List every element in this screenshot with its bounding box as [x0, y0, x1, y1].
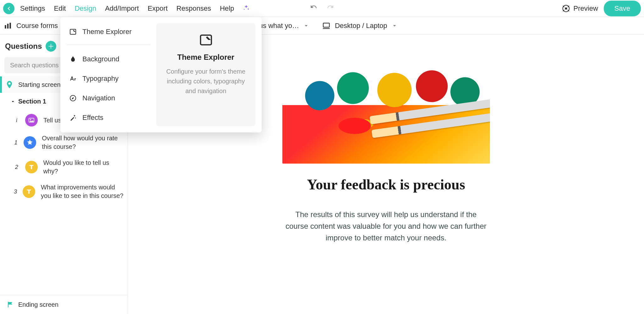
desktop-icon	[322, 22, 330, 30]
question-item[interactable]: 3 What improvements would you like to se…	[1, 179, 126, 204]
main-menu: Settings Edit Design Add/Import Export R…	[20, 4, 250, 13]
image-icon	[28, 117, 35, 124]
chevron-left-icon	[6, 6, 12, 11]
hero-image	[282, 69, 490, 164]
question-item[interactable]: 1 Overall how would you rate this course…	[1, 130, 126, 155]
form-title: Your feedback is precious	[307, 176, 465, 193]
svg-point-6	[8, 82, 11, 85]
question-type-badge	[24, 136, 36, 149]
form-description: The results of this survey will help us …	[286, 209, 487, 244]
menu-settings[interactable]: Settings	[20, 4, 45, 13]
compass-icon	[69, 94, 77, 102]
theme-explorer-icon	[199, 33, 213, 47]
flag-icon	[6, 301, 14, 308]
dropdown-detail-description: Configure your form's theme including co…	[164, 67, 248, 96]
text-icon	[25, 188, 32, 195]
menu-add-import[interactable]: Add/Import	[105, 4, 139, 13]
chevron-down-icon	[303, 23, 309, 29]
ending-screen-label: Ending screen	[18, 301, 58, 308]
brushes-decoration	[369, 98, 490, 138]
preview-button[interactable]: Preview	[562, 4, 598, 13]
star-icon	[26, 139, 33, 146]
dropdown-detail-title: Theme Explorer	[177, 53, 234, 62]
paint-splash-decoration	[336, 116, 374, 135]
preview-icon	[562, 4, 570, 13]
question-number: 1	[14, 139, 18, 146]
menu-design[interactable]: Design	[75, 4, 96, 13]
design-dropdown-list: Theme Explorer Background Typography Nav…	[67, 23, 151, 126]
breadcrumb-label: Course forms	[16, 22, 58, 30]
question-text: Overall how would you rate this course?	[42, 134, 124, 151]
svg-point-8	[30, 119, 31, 120]
question-type-badge	[25, 114, 38, 126]
device-selector[interactable]: Desktop / Laptop	[322, 22, 397, 30]
starting-screen-label: Starting screen	[18, 81, 61, 88]
dropdown-item-label: Typography	[82, 75, 119, 83]
undo-button[interactable]	[310, 4, 318, 13]
svg-rect-5	[323, 23, 330, 27]
dropdown-divider	[67, 45, 151, 45]
save-button[interactable]: Save	[604, 1, 641, 16]
forms-icon	[4, 22, 12, 30]
question-item[interactable]: 2 Would you like to tell us why?	[1, 155, 126, 179]
menu-responses[interactable]: Responses	[176, 4, 211, 13]
theme-explorer-icon	[69, 28, 77, 36]
right-actions: Preview Save	[562, 1, 641, 16]
questions-title: Questions	[5, 42, 42, 51]
dropdown-item-navigation[interactable]: Navigation	[67, 90, 151, 107]
preview-label: Preview	[574, 4, 598, 13]
device-selector-label: Desktop / Laptop	[335, 22, 387, 30]
svg-point-1	[565, 7, 567, 9]
question-text: Tell us	[43, 116, 61, 125]
design-dropdown: Theme Explorer Background Typography Nav…	[60, 17, 262, 132]
question-text: Would you like to tell us why?	[43, 159, 124, 176]
location-pin-icon	[5, 80, 14, 89]
dropdown-item-background[interactable]: Background	[67, 51, 151, 68]
top-menu-bar: Settings Edit Design Add/Import Export R…	[0, 0, 644, 17]
design-dropdown-detail: Theme Explorer Configure your form's the…	[156, 23, 255, 126]
collapse-triangle-icon	[11, 99, 15, 104]
text-icon	[28, 164, 35, 171]
history-actions	[310, 4, 334, 13]
droplet-icon	[69, 55, 77, 63]
dropdown-item-label: Effects	[82, 114, 103, 122]
dropdown-item-theme-explorer[interactable]: Theme Explorer	[67, 23, 151, 40]
question-number: i	[14, 117, 19, 124]
question-number: 3	[14, 188, 17, 195]
svg-rect-4	[9, 23, 11, 28]
menu-help[interactable]: Help	[220, 4, 234, 13]
undo-icon	[310, 4, 318, 12]
form-preview: Your feedback is precious The results of…	[282, 69, 490, 251]
redo-icon	[326, 4, 334, 12]
chevron-down-icon	[391, 23, 397, 29]
ai-sparkle-button[interactable]	[243, 4, 250, 13]
question-text: What improvements would you like to see …	[41, 183, 124, 200]
svg-rect-3	[7, 24, 8, 28]
wand-icon	[69, 114, 77, 121]
dropdown-item-label: Navigation	[82, 94, 115, 102]
question-type-badge	[23, 185, 35, 198]
section-title: Section 1	[18, 98, 46, 105]
dropdown-item-effects[interactable]: Effects	[67, 109, 151, 126]
dropdown-item-label: Background	[82, 55, 119, 63]
canvas-selectors: Tell us what yo… Desktop / Laptop	[247, 22, 397, 30]
menu-export[interactable]: Export	[148, 4, 168, 13]
plus-icon	[48, 43, 54, 49]
menu-edit[interactable]: Edit	[54, 4, 66, 13]
svg-rect-2	[5, 25, 6, 28]
question-type-badge	[25, 161, 38, 173]
sparkle-icon	[243, 4, 250, 11]
dropdown-item-typography[interactable]: Typography	[67, 70, 151, 87]
add-question-button[interactable]	[46, 41, 56, 52]
question-number: 2	[14, 164, 19, 171]
back-button[interactable]	[3, 3, 14, 14]
ending-screen-item[interactable]: Ending screen	[0, 295, 128, 314]
typography-icon	[69, 75, 77, 82]
redo-button[interactable]	[326, 4, 334, 13]
dropdown-item-label: Theme Explorer	[82, 28, 132, 36]
